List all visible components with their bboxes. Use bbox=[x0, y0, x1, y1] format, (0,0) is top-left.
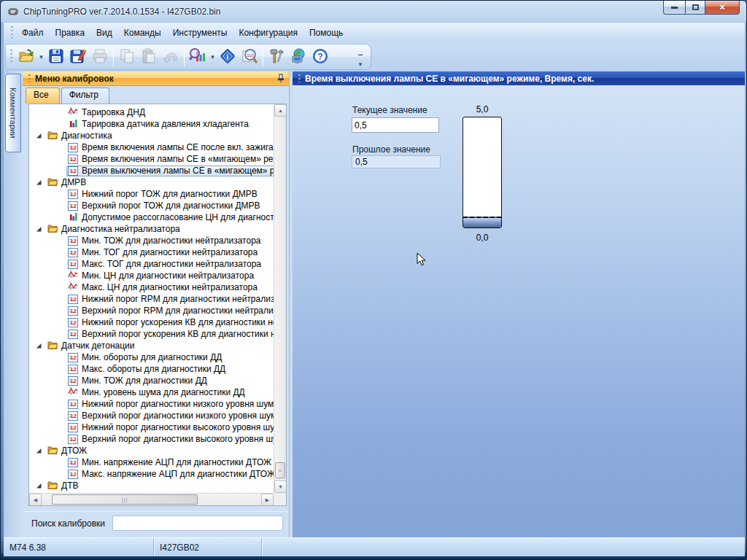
tree-item-label: Мин. ТОГ для диагностики нейтрализатора bbox=[82, 247, 258, 257]
tree-item[interactable]: 1.2Нижний порог диагностики низкого уров… bbox=[29, 398, 274, 410]
tools-button[interactable] bbox=[266, 46, 287, 68]
folder-icon bbox=[47, 176, 61, 188]
tree-item[interactable]: 1.2Макс. обороты для диагностики ДД bbox=[29, 363, 274, 375]
tree-item[interactable]: 1.2Время выключения лампы СЕ в «мигающем… bbox=[29, 165, 274, 176]
tree-item[interactable]: Мин. ЦН для диагностики нейтрализатора bbox=[29, 270, 274, 281]
tree-item-label: Мин. напряжение АЦП для диагностики ДТОЖ bbox=[82, 457, 271, 467]
value-icon: 1.2 bbox=[68, 190, 78, 199]
parameter-panel-header: Время выключения лампы СЕ в «мигающем» р… bbox=[293, 71, 745, 85]
menu-6[interactable]: Конфигурация bbox=[233, 26, 303, 40]
tree-item[interactable]: 1.2Нижний порог ускорения КВ для диагнос… bbox=[29, 316, 274, 328]
tree-item[interactable]: 1.2Время включения лампы СЕ после вкл. з… bbox=[29, 141, 274, 153]
tree-item[interactable]: 1.2Нижний порог RPM для диагностики нейт… bbox=[29, 293, 274, 305]
tree-item[interactable]: ДТОЖ bbox=[29, 445, 274, 456]
menu-2[interactable]: Правка bbox=[50, 26, 91, 40]
minimize-button[interactable] bbox=[663, 1, 685, 15]
calibration-panel-header[interactable]: Меню калибровок bbox=[23, 71, 289, 86]
magnifier-110-icon: 110 bbox=[241, 47, 258, 67]
scroll-left-button[interactable]: ◀ bbox=[29, 494, 42, 506]
value-icon: 1.2 bbox=[68, 376, 78, 386]
chart-view-button[interactable] bbox=[187, 46, 209, 68]
connect-button[interactable] bbox=[287, 46, 309, 68]
value-icon: 1.2 bbox=[68, 353, 78, 362]
tree-item[interactable]: 1.2Мин. напряжение АЦП для диагностики Д… bbox=[29, 456, 274, 468]
tree-item[interactable]: Датчик детонации bbox=[29, 340, 274, 351]
search-label: Поиск калибровки bbox=[31, 518, 105, 529]
tree-item[interactable]: 1.2Макс. напряжение АЦП для диагностики … bbox=[29, 468, 274, 480]
close-button[interactable]: ✕ bbox=[705, 1, 740, 15]
scroll-up-button[interactable]: ▲ bbox=[274, 104, 287, 117]
tab-фильтр[interactable]: Фильтр bbox=[61, 88, 109, 104]
value-icon: 1.2 bbox=[68, 306, 78, 316]
tree-item[interactable]: 1.2Верхний порог ТОЖ для диагностики ДМР… bbox=[29, 200, 274, 211]
tree-item[interactable]: Тарировка датчика давления хладагента bbox=[29, 118, 274, 130]
comments-tab-label: Комментарии bbox=[9, 88, 18, 138]
tree-item[interactable]: ДМРВ bbox=[29, 176, 274, 188]
tree-item-label: Диагностика нейтрализатора bbox=[61, 224, 180, 234]
tree-item[interactable]: 1.2Верхний порог RPM для диагностики ней… bbox=[29, 305, 274, 316]
menu-7[interactable]: Помощь bbox=[303, 26, 349, 40]
horizontal-scroll-thumb[interactable]: ||| bbox=[52, 494, 198, 505]
vertical-scroll-thumb[interactable]: ≡ bbox=[275, 462, 285, 478]
open-button-dropdown[interactable]: ▼ bbox=[37, 46, 45, 68]
tree-item[interactable]: Тарировка ДНД bbox=[29, 106, 274, 118]
value-icon: 1.2 bbox=[68, 260, 78, 269]
toolbar-overflow-button[interactable]: ▔▼ bbox=[356, 55, 365, 69]
comments-tab[interactable]: Комментарии bbox=[5, 74, 21, 152]
tree-item[interactable]: 1.2Верхний порог диагностики низкого уро… bbox=[29, 410, 274, 421]
value-icon: 1.2 bbox=[68, 423, 78, 432]
menu-3[interactable]: Вид bbox=[90, 26, 118, 40]
calibration-tree: Тарировка ДНДТарировка датчика давления … bbox=[29, 104, 274, 493]
tree-item-label: Тарировка ДНД bbox=[82, 107, 145, 117]
tree-item[interactable]: Допустимое рассогласование ЦН для диагно… bbox=[29, 211, 274, 223]
previous-value-field: 0,5 bbox=[352, 155, 441, 168]
value-gauge[interactable] bbox=[462, 117, 502, 228]
tree-item[interactable]: 1.2Верхний порог диагностики высокого ур… bbox=[29, 433, 274, 445]
tree-item[interactable]: 1.2Нижний порог ТОЖ для диагностики ДМРВ bbox=[29, 188, 274, 200]
save-icon bbox=[47, 47, 65, 67]
tree-item[interactable]: 1.2Верхний порог ускорения КВ для диагно… bbox=[29, 328, 274, 340]
maximize-button[interactable] bbox=[685, 1, 705, 15]
close-icon: ✕ bbox=[719, 3, 725, 12]
scroll-down-button[interactable]: ▼ bbox=[274, 481, 287, 493]
tree-item[interactable]: 1.2Мин. ТОЖ для диагностики ДД bbox=[29, 375, 274, 386]
toolbar-separator bbox=[263, 47, 263, 66]
calibration-search-input[interactable] bbox=[112, 516, 283, 531]
menu-5[interactable]: Инструменты bbox=[167, 26, 233, 40]
tree-item[interactable]: 1.2Мин. ТОЖ для диагностики нейтрализато… bbox=[29, 235, 274, 246]
tree-vertical-scrollbar[interactable]: ▲ ≡ ▼ bbox=[274, 104, 286, 493]
tree-item[interactable]: 1.2Макс. ТОГ для диагностики нейтрализат… bbox=[29, 258, 274, 270]
find-value-button[interactable]: 110 bbox=[239, 46, 260, 68]
info-diamond-icon: i bbox=[219, 47, 236, 67]
save-button[interactable] bbox=[45, 46, 67, 68]
scroll-right-button[interactable]: ▶ bbox=[261, 494, 274, 506]
tree-item[interactable]: 1.2Время включения лампы СЕ в «мигающем»… bbox=[29, 153, 274, 165]
pin-icon[interactable] bbox=[276, 74, 286, 84]
tree-item[interactable]: Макс. ЦН для диагностики нейтрализатора bbox=[29, 281, 274, 293]
tree-item[interactable]: 1.2Нижний порог диагностики высокого уро… bbox=[29, 421, 274, 433]
tree-horizontal-scrollbar[interactable]: ◀ ||| ▶ bbox=[29, 493, 274, 505]
current-value-spinbox[interactable]: ▲ ▼ bbox=[352, 117, 439, 133]
title-bar[interactable]: ChipTuningPRO ver.7.2014.0.1534 - I427GB… bbox=[1, 1, 746, 23]
paste-icon bbox=[140, 47, 158, 67]
tree-item[interactable]: 1.2Мин. ТОГ для диагностики нейтрализато… bbox=[29, 246, 274, 258]
menu-1[interactable]: Файл bbox=[16, 26, 50, 40]
tree-item-label: Мин. ЦН для диагностики нейтрализатора bbox=[82, 271, 254, 281]
tree-item[interactable]: ДТВ bbox=[29, 480, 274, 491]
tree-item[interactable]: Мин. уровень шума для диагностики ДД bbox=[29, 386, 274, 398]
panel-tabs: ВсеФильтр bbox=[26, 88, 111, 104]
open-button[interactable] bbox=[15, 46, 37, 68]
info-button[interactable]: i bbox=[217, 46, 239, 68]
tree-item-label: Тарировка датчика давления хладагента bbox=[82, 119, 249, 129]
chart-view-button-dropdown[interactable]: ▼ bbox=[209, 46, 217, 68]
save-as-button[interactable] bbox=[67, 46, 89, 68]
parameter-title: Время выключения лампы СЕ в «мигающем» р… bbox=[305, 74, 594, 84]
tab-все[interactable]: Все bbox=[26, 88, 60, 104]
menu-4[interactable]: Команды bbox=[118, 26, 167, 40]
tree-item[interactable]: Диагностика bbox=[29, 130, 274, 141]
tree-item[interactable]: Диагностика нейтрализатора bbox=[29, 223, 274, 235]
current-value-input[interactable] bbox=[352, 118, 470, 132]
help-button[interactable]: ? bbox=[309, 46, 331, 68]
chart-magnifier-icon bbox=[189, 47, 206, 67]
tree-item[interactable]: 1.2Мин. обороты для диагностики ДД bbox=[29, 351, 274, 363]
